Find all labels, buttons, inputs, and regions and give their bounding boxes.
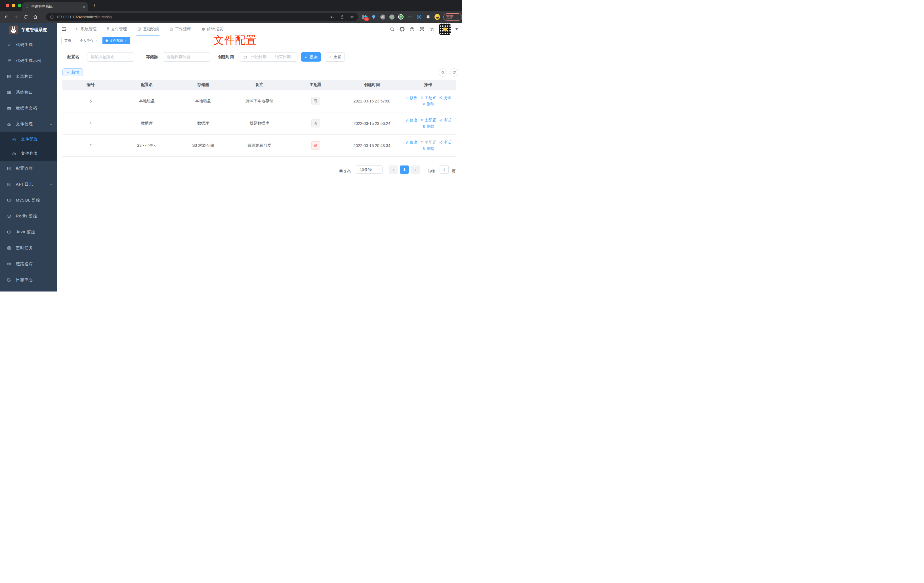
- tags-view-bar: 首页 个人中心 × 文件配置 ×: [57, 35, 462, 46]
- fullscreen-icon[interactable]: [419, 27, 424, 32]
- sidebar-item-code-gen[interactable]: 代码生成: [0, 37, 57, 53]
- calendar-icon: [243, 55, 247, 59]
- search-button[interactable]: 搜索: [301, 52, 321, 61]
- reset-button[interactable]: 重置: [325, 52, 345, 61]
- edit-action[interactable]: 修改: [405, 118, 417, 123]
- sidebar-item-system-api[interactable]: 系统接口: [0, 84, 57, 101]
- share-icon[interactable]: [340, 15, 344, 19]
- sidebar-item-db-doc[interactable]: 数据库文档: [0, 101, 57, 116]
- chevron-down-icon: [203, 55, 207, 59]
- tab-close-icon[interactable]: ×: [83, 5, 85, 9]
- table-row: 2 S3 - 七牛云 S3 对象存储 戴佩妮真可爱 是 2022-03-15 2…: [63, 135, 456, 157]
- gauge-icon: [201, 27, 205, 31]
- caret-down-icon[interactable]: [455, 28, 458, 30]
- back-icon[interactable]: [4, 15, 9, 19]
- layers-icon: [7, 214, 12, 218]
- chevron-down-icon: [50, 183, 53, 186]
- tab-file-config[interactable]: 文件配置 ×: [102, 37, 130, 44]
- minimize-window-button[interactable]: [12, 4, 15, 7]
- home-icon[interactable]: [33, 15, 38, 19]
- close-icon[interactable]: ×: [95, 39, 97, 43]
- address-bar[interactable]: 127.0.0.1:1024/infra/file/file-config: [46, 13, 358, 21]
- tab-profile[interactable]: 个人中心 ×: [77, 37, 100, 44]
- sidebar-item-file-list[interactable]: 文件列表: [0, 147, 57, 161]
- pencil-icon: [405, 118, 409, 122]
- sidebar-item-file-manage[interactable]: 文件管理: [0, 116, 57, 132]
- search-icon[interactable]: [389, 27, 395, 32]
- extension-blue-eye-icon[interactable]: [416, 14, 422, 20]
- github-icon[interactable]: [399, 27, 405, 32]
- close-window-button[interactable]: [6, 4, 9, 7]
- help-icon[interactable]: [409, 27, 414, 32]
- tab-home[interactable]: 首页: [61, 37, 74, 44]
- bookmark-star-icon[interactable]: [350, 15, 354, 19]
- reload-icon[interactable]: [23, 15, 28, 19]
- refresh-table-button[interactable]: [450, 68, 458, 77]
- extension-green-star-icon[interactable]: ☆: [407, 14, 412, 20]
- edit-action[interactable]: 修改: [405, 95, 417, 101]
- page-size-select[interactable]: 10条/页: [356, 165, 383, 174]
- master-action[interactable]: 主配置: [420, 95, 436, 101]
- profile-avatar-icon[interactable]: [434, 14, 440, 20]
- extension-tampermonkey-icon[interactable]: 11: [362, 14, 367, 20]
- kebab-menu-icon[interactable]: ⋮: [455, 15, 459, 19]
- close-icon[interactable]: ×: [125, 39, 127, 43]
- sidebar-item-code-demo[interactable]: 代码生成示例: [0, 53, 57, 69]
- cloud-download-icon: [7, 122, 12, 127]
- site-info-icon[interactable]: [50, 15, 54, 19]
- next-page-button[interactable]: ›: [411, 165, 420, 174]
- browser-update-button[interactable]: 更新 ⋮: [443, 13, 462, 21]
- extensions-puzzle-icon[interactable]: [426, 14, 431, 20]
- font-size-icon[interactable]: [429, 27, 434, 32]
- extension-command-icon[interactable]: ⌘: [380, 14, 385, 20]
- sidebar-item-config-manage[interactable]: 配置管理: [0, 161, 57, 177]
- sidebar-item-api-log[interactable]: API 日志: [0, 177, 57, 192]
- goto-page-input[interactable]: 1: [440, 165, 449, 174]
- password-key-icon[interactable]: [330, 15, 334, 19]
- edit-action[interactable]: 修改: [405, 140, 417, 145]
- filter-storage-select[interactable]: 请选择存储器: [163, 52, 210, 61]
- pencil-icon: [405, 96, 409, 100]
- table-header-row: 编号 配置名 存储器 备注 主配置 创建时间 操作: [63, 80, 456, 90]
- delete-action[interactable]: 删除: [422, 124, 434, 129]
- test-action[interactable]: 测试: [439, 95, 451, 101]
- date-start-input[interactable]: 开始日期: [247, 55, 270, 59]
- zoom-window-button[interactable]: [18, 4, 21, 7]
- sidebar-item-trace[interactable]: 链路追踪: [0, 256, 57, 272]
- nav-system-manage[interactable]: 系统管理: [75, 23, 96, 35]
- delete-action[interactable]: 删除: [422, 146, 434, 151]
- url-text[interactable]: 127.0.0.1:1024/infra/file/file-config: [56, 15, 324, 19]
- collapse-sidebar-icon[interactable]: [61, 26, 67, 32]
- sidebar-item-form-builder[interactable]: 表单构建: [0, 69, 57, 84]
- active-dot: [106, 40, 108, 42]
- nav-workflow[interactable]: 工作流程: [169, 23, 191, 35]
- test-action[interactable]: 测试: [439, 140, 451, 145]
- show-search-toggle-button[interactable]: [439, 68, 447, 77]
- sidebar-item-file-config[interactable]: 文件配置: [0, 132, 57, 147]
- delete-action[interactable]: 删除: [422, 102, 434, 107]
- sidebar-item-mysql-monitor[interactable]: MySQL 监控: [0, 192, 57, 208]
- browser-tab[interactable]: 芋道管理系统 ×: [22, 2, 88, 11]
- sidebar-item-redis-monitor[interactable]: Redis 监控: [0, 208, 57, 224]
- sidebar-item-scheduled-task[interactable]: 定时任务: [0, 240, 57, 256]
- user-avatar[interactable]: [439, 23, 450, 35]
- new-tab-button[interactable]: +: [92, 2, 96, 8]
- magnet-icon: [420, 118, 424, 122]
- nav-infrastructure[interactable]: 基础设施: [137, 23, 159, 35]
- sidebar-item-java-monitor[interactable]: Java 监控: [0, 224, 57, 240]
- date-end-input[interactable]: 结束日期: [271, 55, 294, 59]
- browser-toolbar: 127.0.0.1:1024/infra/file/file-config 11…: [0, 11, 462, 23]
- current-page-button[interactable]: 1: [400, 165, 409, 174]
- filter-name-input[interactable]: 请输入配置名: [87, 52, 134, 61]
- filter-date-range[interactable]: 开始日期 - 结束日期: [240, 52, 297, 61]
- add-button[interactable]: 新增: [63, 68, 83, 76]
- master-action[interactable]: 主配置: [420, 118, 436, 123]
- forward-icon[interactable]: [13, 15, 18, 19]
- nav-payment-manage[interactable]: ¥ 支付管理: [107, 23, 127, 35]
- extension-y-icon[interactable]: y: [398, 14, 404, 20]
- extension-gem-icon[interactable]: [371, 14, 376, 20]
- sidebar-item-log-center[interactable]: 日志中心: [0, 272, 57, 288]
- extension-recorder-icon[interactable]: [389, 14, 394, 20]
- test-action[interactable]: 测试: [439, 118, 451, 123]
- prev-page-button[interactable]: ‹: [389, 165, 398, 174]
